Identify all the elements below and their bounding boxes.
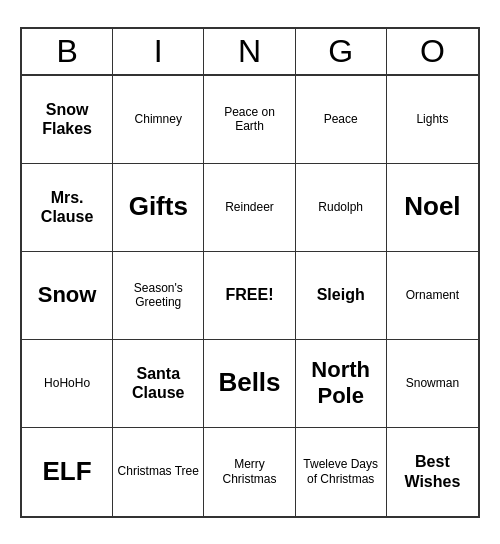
bingo-cell-7: Reindeer — [204, 164, 295, 252]
bingo-cell-24: Best Wishes — [387, 428, 478, 516]
bingo-cell-13: Sleigh — [296, 252, 387, 340]
bingo-cell-21: Christmas Tree — [113, 428, 204, 516]
bingo-cell-20: ELF — [22, 428, 113, 516]
bingo-cell-8: Rudolph — [296, 164, 387, 252]
header-letter-g: G — [296, 29, 387, 74]
bingo-cell-16: Santa Clause — [113, 340, 204, 428]
bingo-cell-15: HoHoHo — [22, 340, 113, 428]
bingo-cell-22: Merry Christmas — [204, 428, 295, 516]
bingo-cell-19: Snowman — [387, 340, 478, 428]
bingo-cell-0: Snow Flakes — [22, 76, 113, 164]
bingo-cell-12: FREE! — [204, 252, 295, 340]
bingo-cell-14: Ornament — [387, 252, 478, 340]
bingo-cell-17: Bells — [204, 340, 295, 428]
bingo-cell-6: Gifts — [113, 164, 204, 252]
header-letter-o: O — [387, 29, 478, 74]
bingo-cell-3: Peace — [296, 76, 387, 164]
bingo-cell-1: Chimney — [113, 76, 204, 164]
bingo-card: BINGO Snow FlakesChimneyPeace on EarthPe… — [20, 27, 480, 518]
bingo-header: BINGO — [22, 29, 478, 76]
bingo-cell-23: Tweleve Days of Christmas — [296, 428, 387, 516]
bingo-cell-4: Lights — [387, 76, 478, 164]
header-letter-b: B — [22, 29, 113, 74]
bingo-cell-10: Snow — [22, 252, 113, 340]
bingo-cell-5: Mrs. Clause — [22, 164, 113, 252]
bingo-cell-11: Season's Greeting — [113, 252, 204, 340]
header-letter-i: I — [113, 29, 204, 74]
bingo-cell-9: Noel — [387, 164, 478, 252]
bingo-cell-18: North Pole — [296, 340, 387, 428]
bingo-cell-2: Peace on Earth — [204, 76, 295, 164]
bingo-grid: Snow FlakesChimneyPeace on EarthPeaceLig… — [22, 76, 478, 516]
header-letter-n: N — [204, 29, 295, 74]
